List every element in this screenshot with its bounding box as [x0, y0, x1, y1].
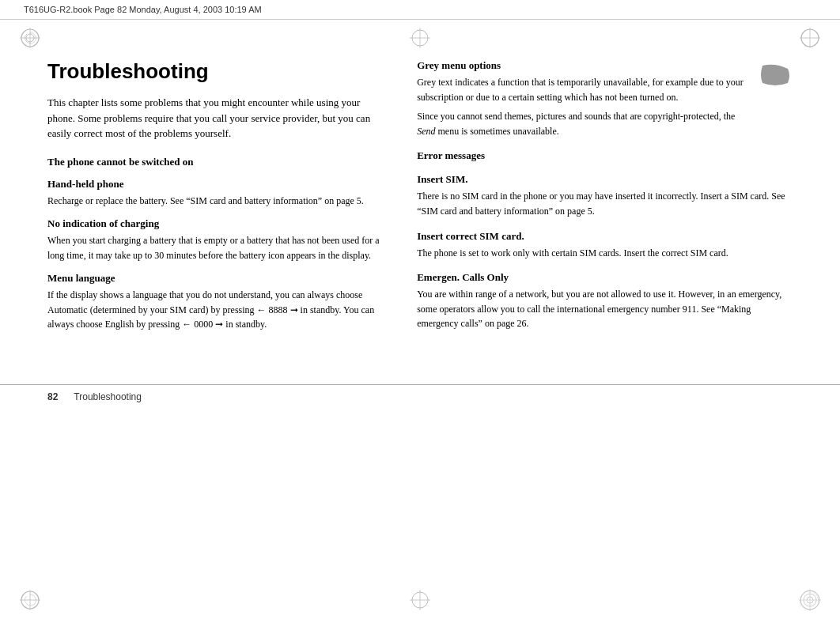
body-text-no-charge: When you start charging a battery that i…: [47, 233, 381, 262]
corner-mark-tm: [406, 24, 434, 52]
intro-paragraph: This chapter lists some problems that yo…: [47, 95, 381, 142]
grey-menu-body2: Since you cannot send themes, pictures a…: [417, 109, 748, 138]
corner-mark-bl: [16, 586, 44, 614]
header-text: T616UG-R2.book Page 82 Monday, August 4,…: [24, 5, 262, 14]
footer-section-title: Troubleshooting: [74, 391, 142, 402]
body-text-emerg: You are within range of a network, but y…: [417, 287, 793, 331]
corner-mark-tr: [796, 24, 824, 52]
footer-page-number: 82: [47, 391, 58, 402]
left-column: Troubleshooting This chapter lists some …: [47, 59, 405, 337]
body-text-hand-held: Recharge or replace the battery. See “SI…: [47, 194, 381, 209]
body-text-correct-sim: The phone is set to work only with certa…: [417, 246, 793, 261]
corner-mark-br: [796, 586, 824, 614]
sub-heading-correct-sim: Insert correct SIM card.: [417, 230, 793, 243]
grey-menu-section: Grey menu options Grey text indicates a …: [417, 59, 793, 143]
grey-menu-heading: Grey menu options: [417, 59, 748, 72]
send-italic: Send: [417, 126, 435, 137]
sub-heading-hand-held: Hand-held phone: [47, 178, 381, 191]
section-heading-1: The phone cannot be switched on: [47, 156, 381, 168]
main-content: Troubleshooting This chapter lists some …: [0, 20, 840, 384]
grey-menu-icon: [758, 61, 793, 92]
grey-menu-text-block: Grey menu options Grey text indicates a …: [417, 59, 748, 143]
body-text-menu-lang: If the display shows a language that you…: [47, 288, 381, 332]
corner-mark-tl: [16, 24, 44, 52]
corner-mark-bm: [406, 586, 434, 614]
sub-heading-insert-sim: Insert SIM.: [417, 173, 793, 186]
section-heading-error: Error messages: [417, 149, 793, 162]
right-column: Grey menu options Grey text indicates a …: [405, 59, 793, 337]
header-bar: T616UG-R2.book Page 82 Monday, August 4,…: [0, 0, 840, 20]
footer: 82 Troubleshooting: [0, 384, 840, 409]
chapter-title: Troubleshooting: [47, 59, 381, 84]
sub-heading-emerg: Emergen. Calls Only: [417, 271, 793, 284]
sub-heading-menu-lang: Menu language: [47, 272, 381, 285]
body-text-insert-sim: There is no SIM card in the phone or you…: [417, 189, 793, 218]
grey-menu-body1: Grey text indicates a function that is t…: [417, 75, 748, 104]
sub-heading-no-charge: No indication of charging: [47, 217, 381, 230]
